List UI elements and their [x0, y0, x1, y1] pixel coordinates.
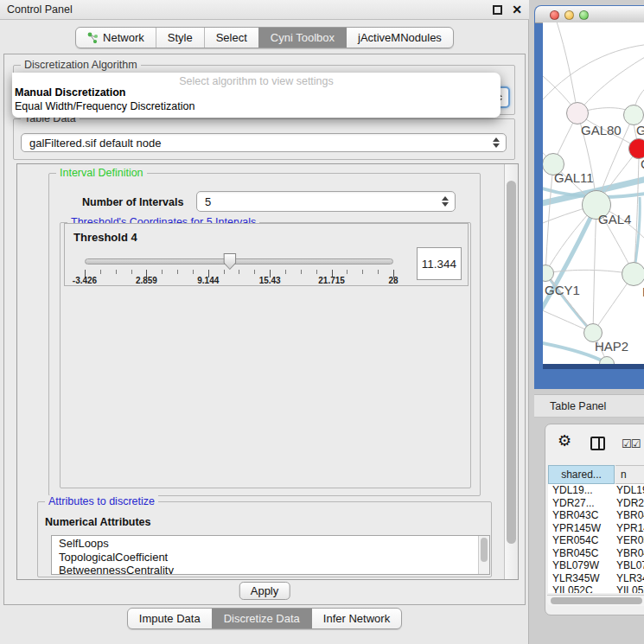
- tab-impute-data[interactable]: Impute Data: [128, 609, 212, 628]
- tick-label: 28: [373, 276, 414, 285]
- network-window-titlebar: [535, 6, 644, 23]
- cell-shared-name: YPR145W: [548, 522, 616, 534]
- cell-shared-name: YLR345W: [548, 572, 616, 584]
- tab-discretize-data[interactable]: Discretize Data: [212, 609, 311, 628]
- close-traffic-light[interactable]: [550, 10, 559, 20]
- network-window: GAL80GACGAL11GAL4GCY1HHAP2: [534, 5, 644, 389]
- node-label: HAP2: [595, 339, 628, 354]
- algorithm-dropdown-popup: Select algorithm to view settings Manual…: [12, 73, 501, 118]
- network-node[interactable]: [566, 102, 589, 124]
- cell-shared-name: YBR043C: [548, 509, 616, 521]
- control-panel: Control Panel ✕ Network Style S: [0, 0, 529, 644]
- attribute-items: SelfLoopsTopologicalCoefficientBetweenne…: [59, 537, 489, 575]
- interval-definition-group: Interval Definition Number of Intervals …: [48, 173, 481, 496]
- list-scrollbar[interactable]: [478, 536, 489, 574]
- pane-scrollbar-thumb[interactable]: [507, 181, 516, 544]
- table-row[interactable]: YBR043C YBR043C: [548, 509, 644, 522]
- dropdown-placeholder-item[interactable]: Select algorithm to view settings: [12, 73, 501, 86]
- attribute-item[interactable]: TopologicalCoefficient: [59, 551, 489, 564]
- table-row[interactable]: YER054C YER054C: [548, 534, 644, 547]
- table-row[interactable]: YBL079W YBL079W: [548, 559, 644, 572]
- cell-shared-name: YBL079W: [548, 559, 616, 571]
- tab-select[interactable]: Select: [204, 28, 258, 48]
- table-data-value: galFiltered.sif default node: [29, 137, 161, 150]
- cell-shared-name: YDL19...: [548, 484, 616, 496]
- tick-label: 15.43: [249, 276, 290, 285]
- select-columns-icon[interactable]: ☑☑: [622, 437, 640, 450]
- node-label: GA: [636, 123, 644, 137]
- numerical-attributes-label: Numerical Attributes: [45, 516, 150, 528]
- tick-label: 21.715: [311, 276, 353, 285]
- settings-scrollpane: Interval Definition Number of Intervals …: [16, 163, 519, 580]
- cell-shared-name: YDR27...: [548, 497, 616, 509]
- table-row[interactable]: YIL052C YIL052C: [548, 584, 644, 593]
- tab-network-label: Network: [103, 31, 144, 44]
- cell-name: YBR045C: [616, 547, 644, 559]
- cell-name: YBR043C: [616, 509, 644, 521]
- apply-button[interactable]: Apply: [239, 582, 290, 600]
- cell-name: YIL052C: [616, 584, 644, 593]
- table-panel-title: Table Panel: [550, 400, 606, 412]
- threshold-label: Threshold 4: [73, 231, 137, 244]
- dropdown-item-manual-discretization[interactable]: Manual Discretization: [12, 86, 501, 100]
- table-row[interactable]: YLR345W YLR345W: [548, 572, 644, 585]
- column-header-name[interactable]: n: [615, 465, 644, 484]
- numerical-attributes-list: SelfLoopsTopologicalCoefficientBetweenne…: [51, 535, 490, 575]
- attributes-title: Attributes to discretize: [45, 495, 158, 507]
- slider-thumb-icon[interactable]: [223, 253, 236, 270]
- gear-icon[interactable]: ⚙: [558, 433, 571, 449]
- cell-name: YER054C: [616, 534, 644, 546]
- threshold-slider[interactable]: [85, 258, 393, 265]
- network-window-bottom-edge: [543, 364, 644, 369]
- table-row[interactable]: YBR045C YBR045C: [548, 547, 644, 560]
- table-row[interactable]: YDL19... YDL19...: [548, 484, 644, 497]
- threshold-panel: Threshold 4 -3.4262.8599.14415.4321.7152…: [64, 223, 469, 286]
- tab-network[interactable]: Network: [76, 28, 156, 48]
- zoom-traffic-light[interactable]: [579, 10, 589, 20]
- tab-style[interactable]: Style: [156, 28, 204, 48]
- top-tabbar: Network Style Select Cyni Toolbox jActiv…: [75, 27, 454, 48]
- cell-name: YDR27...: [616, 497, 644, 509]
- panel-title: Control Panel: [7, 3, 73, 16]
- pane-scrollbar[interactable]: [504, 164, 518, 579]
- spinner-icon: [442, 196, 449, 207]
- minimize-traffic-light[interactable]: [564, 10, 574, 20]
- table-panel-titlebar: Table Panel: [534, 394, 644, 418]
- cell-shared-name: YER054C: [548, 534, 616, 546]
- table-horizontal-scrollbar[interactable]: [547, 595, 644, 606]
- tab-cyni-toolbox[interactable]: Cyni Toolbox: [258, 28, 346, 48]
- right-region: GAL80GACGAL11GAL4GCY1HHAP2 Table Panel ⚙…: [529, 0, 644, 644]
- cell-shared-name: YBR045C: [548, 547, 616, 559]
- discretization-algorithm-title: Discretization Algorithm: [21, 59, 141, 71]
- node-label: GAL11: [554, 170, 594, 185]
- table-data-combobox[interactable]: galFiltered.sif default node: [21, 133, 507, 152]
- threshold-value-field[interactable]: 11.344: [417, 247, 462, 280]
- cell-name: YDL19...: [616, 484, 644, 496]
- split-columns-icon[interactable]: [590, 437, 605, 450]
- float-window-icon[interactable]: [493, 5, 502, 15]
- attribute-item[interactable]: SelfLoops: [59, 537, 489, 551]
- network-icon: [87, 32, 99, 43]
- attribute-item[interactable]: BetweennessCentrality: [59, 564, 489, 575]
- attributes-group: Attributes to discretize Numerical Attri…: [37, 501, 492, 577]
- table-row[interactable]: YPR145W YPR145W: [548, 522, 644, 535]
- network-canvas[interactable]: GAL80GACGAL11GAL4GCY1HHAP2: [543, 22, 644, 364]
- network-node[interactable]: [622, 262, 644, 286]
- tab-jactivemnodules[interactable]: jActiveMNodules: [346, 28, 453, 48]
- node-label: C: [641, 156, 644, 171]
- thresholds-group: Threshold's Coordinates for 5 Intervals …: [60, 222, 471, 488]
- table-row[interactable]: YDR27... YDR27...: [548, 497, 644, 510]
- spinner-icon: [493, 137, 500, 148]
- scrollbar-thumb[interactable]: [551, 597, 642, 604]
- dropdown-item-equal-width[interactable]: Equal Width/Frequency Discretization: [12, 100, 501, 114]
- tick-label: 2.859: [125, 276, 167, 285]
- bottom-tab-row: Impute Data Discretize Data Infer Networ…: [0, 608, 529, 629]
- cell-name: YBL079W: [616, 559, 644, 571]
- cell-shared-name: YIL052C: [548, 584, 616, 593]
- table-data-group: Table Data galFiltered.sif default node: [13, 118, 515, 160]
- tab-infer-network[interactable]: Infer Network: [311, 609, 401, 628]
- close-icon[interactable]: ✕: [512, 5, 522, 15]
- number-of-intervals-combobox[interactable]: 5: [196, 191, 456, 212]
- column-header-shared-name[interactable]: shared...: [548, 465, 615, 484]
- cell-name: YPR145W: [616, 522, 644, 534]
